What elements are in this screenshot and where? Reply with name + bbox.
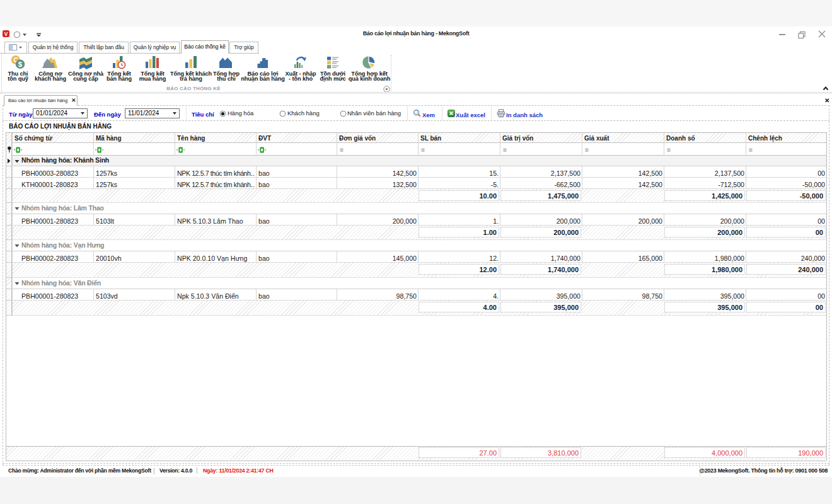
svg-text:V: V <box>4 32 8 37</box>
svg-text:$: $ <box>18 60 22 68</box>
